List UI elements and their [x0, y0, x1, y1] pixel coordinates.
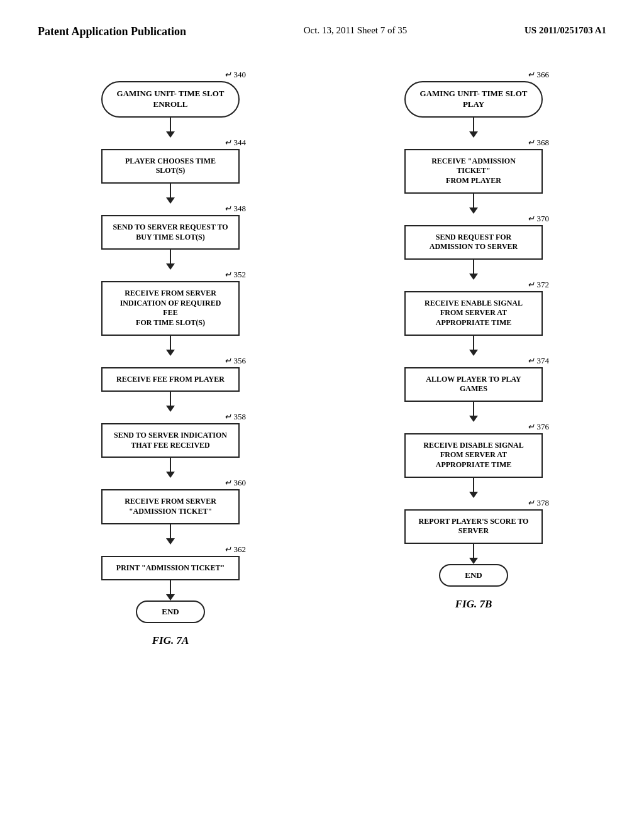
node-356: RECEIVE FEE FROM PLAYER	[101, 367, 240, 392]
ref-370: 370	[537, 214, 550, 224]
node-374: ALLOW PLAYER TO PLAYGAMES	[404, 367, 543, 402]
arrow-b5	[469, 402, 478, 422]
node-370: SEND REQUEST FORADMISSION TO SERVER	[404, 225, 543, 260]
arrow-b1	[469, 118, 478, 138]
ref-376-row: ↵ 376	[398, 422, 549, 432]
ref-356: 356	[234, 356, 247, 366]
ref-360: 360	[234, 478, 247, 488]
ref-366: 366	[537, 70, 550, 80]
ref-344: 344	[234, 138, 247, 148]
arrow-3	[166, 250, 175, 270]
node-end-b: END	[439, 564, 508, 587]
fig-7b-column: ↵ 366 GAMING UNIT- TIME SLOTPLAY ↵ 368 R…	[367, 70, 580, 647]
page-header: Patent Application Publication Oct. 13, …	[0, 0, 644, 51]
ref-340-row: ↵ 340	[95, 70, 246, 80]
arrow-6	[166, 458, 175, 478]
node-358: SEND TO SERVER INDICATIONTHAT FEE RECEIV…	[101, 423, 240, 458]
ref-376: 376	[537, 422, 550, 432]
arrow-b7	[469, 544, 478, 564]
node-366: GAMING UNIT- TIME SLOTPLAY	[404, 81, 543, 118]
ref-348-row: ↵ 348	[95, 204, 246, 214]
node-344: PLAYER CHOOSES TIMESLOT(S)	[101, 149, 240, 184]
node-348: SEND TO SERVER REQUEST TOBUY TIME SLOT(S…	[101, 215, 240, 250]
ref-340: 340	[234, 70, 247, 80]
node-352: RECEIVE FROM SERVERINDICATION OF REQUIRE…	[101, 281, 240, 335]
arrow-4	[166, 336, 175, 356]
node-end-a: END	[136, 600, 205, 623]
arrow-b4	[469, 336, 478, 356]
node-376: RECEIVE DISABLE SIGNALFROM SERVER ATAPPR…	[404, 433, 543, 478]
arrow-b2	[469, 194, 478, 214]
ref-362: 362	[234, 545, 247, 555]
ref-352: 352	[234, 270, 247, 280]
ref-358-row: ↵ 358	[95, 412, 246, 422]
node-340: GAMING UNIT- TIME SLOTENROLL	[101, 81, 240, 118]
arrow-b6	[469, 478, 478, 498]
arrow-b3	[469, 260, 478, 280]
header-right: US 2011/0251703 A1	[525, 25, 606, 36]
ref-348: 348	[234, 204, 247, 214]
ref-344-row: ↵ 344	[95, 138, 246, 148]
ref-374: 374	[537, 356, 550, 366]
ref-370-row: ↵ 370	[398, 214, 549, 224]
header-center: Oct. 13, 2011 Sheet 7 of 35	[304, 25, 407, 36]
ref-362-row: ↵ 362	[95, 545, 246, 555]
arrow-5	[166, 392, 175, 412]
ref-368: 368	[537, 138, 550, 148]
ref-368-row: ↵ 368	[398, 138, 549, 148]
ref-366-row: ↵ 366	[398, 70, 549, 80]
ref-360-row: ↵ 360	[95, 478, 246, 488]
ref-372-row: ↵ 372	[398, 280, 549, 290]
ref-374-row: ↵ 374	[398, 356, 549, 366]
fig-7b-label: FIG. 7B	[455, 598, 492, 611]
arrow-2	[166, 184, 175, 204]
node-368: RECEIVE "ADMISSION TICKET"FROM PLAYER	[404, 149, 543, 194]
node-378: REPORT PLAYER'S SCORE TOSERVER	[404, 509, 543, 544]
node-360: RECEIVE FROM SERVER"ADMISSION TICKET"	[101, 489, 240, 524]
ref-378-row: ↵ 378	[398, 498, 549, 508]
ref-358: 358	[234, 412, 247, 422]
ref-352-row: ↵ 352	[95, 270, 246, 280]
fig-7a-column: ↵ 340 GAMING UNIT- TIME SLOTENROLL ↵ 344…	[64, 70, 277, 647]
arrow-7	[166, 524, 175, 545]
header-left: Patent Application Publication	[38, 25, 186, 38]
arrow-8	[166, 580, 175, 600]
main-content: ↵ 340 GAMING UNIT- TIME SLOTENROLL ↵ 344…	[0, 51, 644, 647]
node-362: PRINT "ADMISSION TICKET"	[101, 556, 240, 581]
ref-372: 372	[537, 280, 550, 290]
ref-356-row: ↵ 356	[95, 356, 246, 366]
arrow-1	[166, 118, 175, 138]
node-372: RECEIVE ENABLE SIGNALFROM SERVER ATAPPRO…	[404, 291, 543, 336]
fig-7a-label: FIG. 7A	[152, 634, 189, 647]
ref-378: 378	[537, 498, 550, 508]
